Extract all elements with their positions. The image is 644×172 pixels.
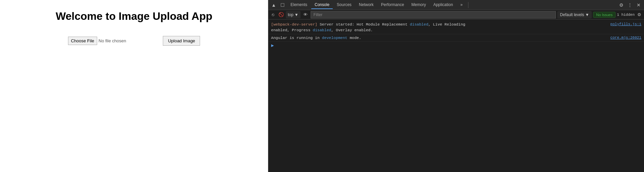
- hidden-badge[interactable]: 1 hidden: [617, 13, 635, 17]
- eye-icon[interactable]: 👁: [302, 11, 309, 18]
- console-line: Angular is running in development mode. …: [268, 34, 644, 42]
- app-panel: Welcome to Image Upload App Choose File …: [0, 0, 268, 172]
- console-level-label: top: [288, 12, 294, 17]
- console-prompt-line: ►: [268, 42, 644, 50]
- tab-application[interactable]: Application: [430, 1, 456, 9]
- console-message-1: [webpack-dev-server] Server started: Hot…: [271, 22, 606, 33]
- no-issues-badge[interactable]: No Issues: [593, 12, 616, 18]
- upload-controls: Choose File No file chosen Upload Image: [68, 36, 200, 46]
- tab-performance[interactable]: Performance: [378, 1, 407, 9]
- filter-input[interactable]: [311, 11, 556, 18]
- console-source-1[interactable]: polyfills.js:1: [610, 22, 641, 27]
- devtools-panel: ▲ ☐ Elements Console Sources Network Per…: [268, 0, 644, 172]
- app-title: Welcome to Image Upload App: [56, 10, 212, 23]
- console-output: [webpack-dev-server] Server started: Hot…: [268, 19, 644, 172]
- no-file-label: No file chosen: [99, 38, 126, 43]
- tab-network[interactable]: Network: [356, 1, 377, 9]
- upload-image-button[interactable]: Upload Image: [163, 36, 200, 46]
- default-levels-label: Default levels: [560, 12, 584, 17]
- tab-more[interactable]: »: [457, 1, 466, 9]
- tab-separator: [468, 2, 468, 8]
- console-settings-icon[interactable]: ⚙: [636, 11, 643, 18]
- console-message-2: Angular is running in development mode.: [271, 35, 606, 41]
- clear-console-icon[interactable]: ⎋: [270, 11, 276, 18]
- console-level-select[interactable]: top ▼: [286, 11, 301, 18]
- inspect-element-icon[interactable]: ▲: [270, 1, 278, 9]
- settings-icon[interactable]: ⚙: [617, 1, 625, 9]
- tab-elements[interactable]: Elements: [287, 1, 311, 9]
- console-source-2[interactable]: core.mjs:26021: [610, 35, 641, 41]
- tab-memory[interactable]: Memory: [408, 1, 429, 9]
- file-input-wrapper: Choose File No file chosen: [68, 37, 126, 45]
- tab-sources[interactable]: Sources: [333, 1, 355, 9]
- tab-console[interactable]: Console: [311, 1, 333, 9]
- default-levels-button[interactable]: Default levels ▼: [557, 11, 592, 18]
- more-options-icon[interactable]: ⋮: [626, 1, 634, 9]
- console-line: [webpack-dev-server] Server started: Hot…: [268, 21, 644, 34]
- prompt-arrow-icon: ►: [271, 43, 274, 48]
- devtools-toolbar: ▲ ☐ Elements Console Sources Network Per…: [268, 0, 644, 10]
- close-devtools-icon[interactable]: ✕: [635, 1, 643, 9]
- chevron-down-icon-2: ▼: [585, 12, 589, 17]
- device-toolbar-icon[interactable]: ☐: [278, 1, 286, 9]
- devtools-icon-right: ⚙ ⋮ ✕: [617, 1, 643, 9]
- block-icon[interactable]: 🚫: [278, 11, 284, 18]
- chevron-down-icon: ▼: [295, 12, 299, 17]
- devtools-secondary-bar: ⎋ 🚫 top ▼ 👁 Default levels ▼ No Issues 1…: [268, 10, 644, 19]
- choose-file-button[interactable]: Choose File: [68, 37, 97, 45]
